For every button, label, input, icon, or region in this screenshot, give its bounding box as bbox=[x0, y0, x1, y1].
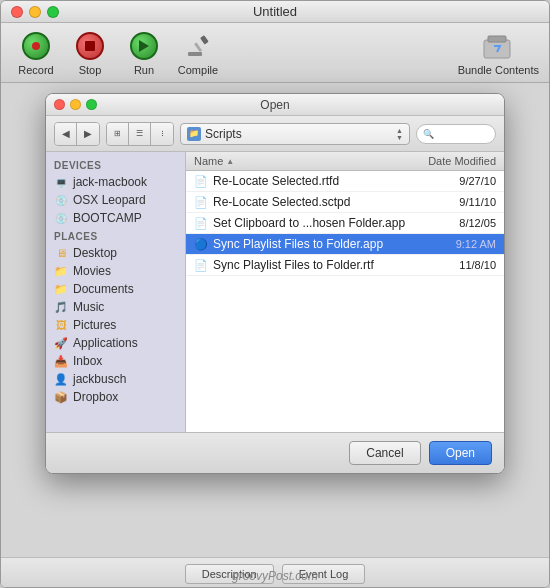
dialog-minimize[interactable] bbox=[70, 99, 81, 110]
toolbar: Record Stop Run Compile bbox=[1, 23, 549, 83]
file-rtf-icon: 📄 bbox=[194, 258, 208, 272]
forward-button[interactable]: ▶ bbox=[77, 123, 99, 145]
file-date: 9/27/10 bbox=[406, 175, 496, 187]
sidebar-label-jackbusch: jackbusch bbox=[73, 372, 126, 386]
location-label: Scripts bbox=[205, 127, 396, 141]
dialog-maximize[interactable] bbox=[86, 99, 97, 110]
sidebar-item-pictures[interactable]: 🖼 Pictures bbox=[46, 316, 185, 334]
file-row[interactable]: 📄 Re-Locate Selected.rtfd 9/27/10 bbox=[186, 171, 504, 192]
disk-icon: 💿 bbox=[54, 193, 68, 207]
dialog-title-bar: Open bbox=[46, 94, 504, 116]
location-folder-icon: 📁 bbox=[187, 127, 201, 141]
file-date: 9/11/10 bbox=[406, 196, 496, 208]
dropbox-icon: 📦 bbox=[54, 390, 68, 404]
location-selector[interactable]: 📁 Scripts ▲ ▼ bbox=[180, 123, 410, 145]
sidebar-item-documents[interactable]: 📁 Documents bbox=[46, 280, 185, 298]
search-icon: 🔍 bbox=[423, 129, 434, 139]
sidebar-label-bootcamp: BOOTCAMP bbox=[73, 211, 142, 225]
sidebar-label-inbox: Inbox bbox=[73, 354, 102, 368]
file-name: Re-Locate Selected.rtfd bbox=[213, 174, 406, 188]
file-name: Sync Playlist Files to Folder.rtf bbox=[213, 258, 406, 272]
file-date: 11/8/10 bbox=[406, 259, 496, 271]
stop-button[interactable]: Stop bbox=[65, 30, 115, 76]
sidebar-label-dropbox: Dropbox bbox=[73, 390, 118, 404]
minimize-button[interactable] bbox=[29, 6, 41, 18]
file-list: 📄 Re-Locate Selected.rtfd 9/27/10 📄 Re-L… bbox=[186, 171, 504, 432]
sidebar-item-music[interactable]: 🎵 Music bbox=[46, 298, 185, 316]
sidebar-item-movies[interactable]: 📁 Movies bbox=[46, 262, 185, 280]
record-button[interactable]: Record bbox=[11, 30, 61, 76]
user-icon: 👤 bbox=[54, 372, 68, 386]
run-button[interactable]: Run bbox=[119, 30, 169, 76]
file-date: 9:12 AM bbox=[406, 238, 496, 250]
nav-buttons: ◀ ▶ bbox=[54, 122, 100, 146]
file-row[interactable]: 📄 Sync Playlist Files to Folder.rtf 11/8… bbox=[186, 255, 504, 276]
close-button[interactable] bbox=[11, 6, 23, 18]
disk-icon: 💻 bbox=[54, 175, 68, 189]
dialog-title: Open bbox=[260, 98, 289, 112]
sidebar-item-inbox[interactable]: 📥 Inbox bbox=[46, 352, 185, 370]
file-name: Re-Locate Selected.sctpd bbox=[213, 195, 406, 209]
devices-section-label: DEVICES bbox=[46, 156, 185, 173]
file-date: 8/12/05 bbox=[406, 217, 496, 229]
watermark: groovyPost.com bbox=[1, 569, 549, 583]
applications-icon: 🚀 bbox=[54, 336, 68, 350]
svg-rect-1 bbox=[194, 42, 202, 52]
sidebar-item-desktop[interactable]: 🖥 Desktop bbox=[46, 244, 185, 262]
column-date-header: Date Modified bbox=[396, 155, 496, 167]
bundle-contents-button[interactable]: Bundle Contents bbox=[458, 30, 539, 76]
sidebar-item-dropbox[interactable]: 📦 Dropbox bbox=[46, 388, 185, 406]
dialog-bottom: Cancel Open bbox=[46, 432, 504, 473]
sidebar: DEVICES 💻 jack-macbook 💿 OSX Leopard 💿 B… bbox=[46, 152, 186, 432]
sidebar-label-applications: Applications bbox=[73, 336, 138, 350]
file-script-icon: 📄 bbox=[194, 195, 208, 209]
sidebar-item-jack-macbook[interactable]: 💻 jack-macbook bbox=[46, 173, 185, 191]
sidebar-item-bootcamp[interactable]: 💿 BOOTCAMP bbox=[46, 209, 185, 227]
window-title: Untitled bbox=[253, 4, 297, 19]
bundle-label: Bundle Contents bbox=[458, 64, 539, 76]
dialog-close[interactable] bbox=[54, 99, 65, 110]
back-button[interactable]: ◀ bbox=[55, 123, 77, 145]
compile-icon bbox=[182, 30, 214, 62]
svg-rect-2 bbox=[200, 35, 209, 44]
file-app-icon: 🔵 bbox=[194, 237, 208, 251]
sidebar-label-osx-leopard: OSX Leopard bbox=[73, 193, 146, 207]
open-dialog: Open ◀ ▶ ⊞ ☰ ⫶ 📁 Scripts ▲ bbox=[45, 93, 505, 474]
places-section-label: PLACES bbox=[46, 227, 185, 244]
sidebar-label-desktop: Desktop bbox=[73, 246, 117, 260]
stop-icon bbox=[74, 30, 106, 62]
maximize-button[interactable] bbox=[47, 6, 59, 18]
stop-label: Stop bbox=[79, 64, 102, 76]
open-button[interactable]: Open bbox=[429, 441, 492, 465]
list-view-button[interactable]: ☰ bbox=[129, 123, 151, 145]
sidebar-item-osx-leopard[interactable]: 💿 OSX Leopard bbox=[46, 191, 185, 209]
sort-arrow-icon: ▲ bbox=[226, 157, 234, 166]
dialog-toolbar: ◀ ▶ ⊞ ☰ ⫶ 📁 Scripts ▲ ▼ 🔍 bbox=[46, 116, 504, 152]
dialog-body: DEVICES 💻 jack-macbook 💿 OSX Leopard 💿 B… bbox=[46, 152, 504, 432]
sidebar-label-movies: Movies bbox=[73, 264, 111, 278]
compile-button[interactable]: Compile bbox=[173, 30, 223, 76]
run-icon bbox=[128, 30, 160, 62]
file-list-container: Name ▲ Date Modified 📄 Re-Locate Selecte… bbox=[186, 152, 504, 432]
file-row[interactable]: 📄 Re-Locate Selected.sctpd 9/11/10 bbox=[186, 192, 504, 213]
run-label: Run bbox=[134, 64, 154, 76]
file-name: Set Clipboard to ...hosen Folder.app bbox=[213, 216, 406, 230]
record-label: Record bbox=[18, 64, 53, 76]
column-name-header: Name ▲ bbox=[194, 155, 396, 167]
main-content: Open ◀ ▶ ⊞ ☰ ⫶ 📁 Scripts ▲ bbox=[1, 83, 549, 588]
file-rtfd-icon: 📄 bbox=[194, 174, 208, 188]
column-view-button[interactable]: ⫶ bbox=[151, 123, 173, 145]
file-row-selected[interactable]: 🔵 Sync Playlist Files to Folder.app 9:12… bbox=[186, 234, 504, 255]
file-app-icon: 📄 bbox=[194, 216, 208, 230]
file-row[interactable]: 📄 Set Clipboard to ...hosen Folder.app 8… bbox=[186, 213, 504, 234]
folder-icon: 📁 bbox=[54, 264, 68, 278]
folder-icon: 📁 bbox=[54, 282, 68, 296]
sidebar-label-music: Music bbox=[73, 300, 104, 314]
svg-rect-4 bbox=[488, 36, 506, 42]
cancel-button[interactable]: Cancel bbox=[349, 441, 420, 465]
search-box[interactable]: 🔍 bbox=[416, 124, 496, 144]
view-buttons: ⊞ ☰ ⫶ bbox=[106, 122, 174, 146]
sidebar-item-jackbusch[interactable]: 👤 jackbusch bbox=[46, 370, 185, 388]
icon-view-button[interactable]: ⊞ bbox=[107, 123, 129, 145]
sidebar-item-applications[interactable]: 🚀 Applications bbox=[46, 334, 185, 352]
